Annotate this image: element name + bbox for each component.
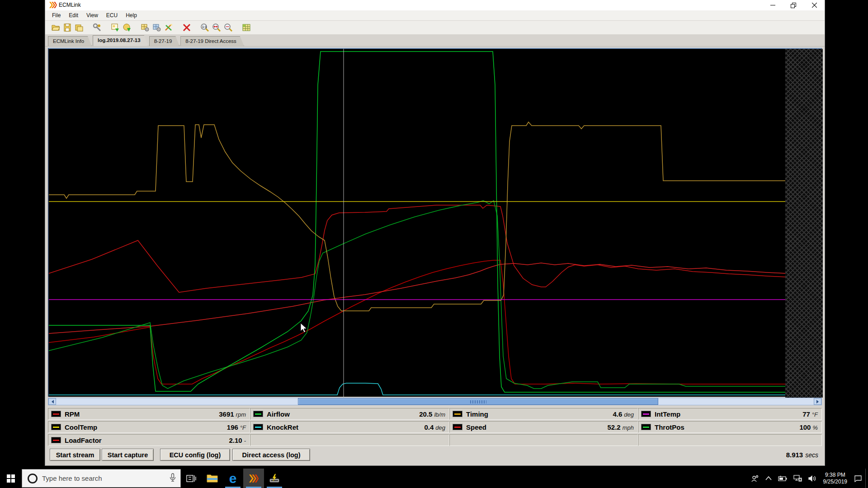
clock-time: 9:38 PM (823, 472, 847, 479)
readout-timing[interactable]: Timing 4.6deg (449, 408, 638, 420)
menu-file[interactable]: File (48, 11, 65, 20)
timing-color-swatch (453, 411, 462, 417)
ecmlink-logo-icon (49, 1, 57, 10)
minimize-button[interactable] (762, 0, 783, 10)
tab-8-27-19-direct-access[interactable]: 8-27-19 Direct Access (180, 36, 244, 46)
edge-button[interactable]: e (222, 469, 243, 488)
adjust-tools-icon[interactable] (163, 22, 174, 33)
no-data-hatch-region (785, 49, 823, 398)
open-log-icon[interactable] (50, 22, 61, 33)
trace-loadfactor (49, 260, 786, 384)
mouse-cursor (300, 323, 308, 335)
tab-bar: ECMLink Info log.2019.08.27-13 8-27-19 8… (45, 34, 825, 47)
trace-knockret (49, 383, 786, 395)
trace-airflow (49, 201, 786, 389)
scroll-left-arrow[interactable] (48, 398, 56, 405)
graph-hscrollbar[interactable] (48, 398, 822, 405)
tab-8-27-19[interactable]: 8-27-19 (149, 36, 180, 46)
readout-airflow[interactable]: Airflow 20.5lb/m (250, 408, 449, 420)
close-button[interactable] (804, 0, 825, 10)
people-icon[interactable] (748, 475, 762, 482)
readout-inttemp[interactable]: IntTemp 77°F (638, 408, 822, 420)
airflow-color-swatch (253, 411, 263, 417)
title-bar[interactable]: ECMLink (45, 0, 825, 10)
tab-ecmlink-info[interactable]: ECMLink Info (48, 36, 92, 46)
network-icon[interactable] (790, 475, 805, 482)
tools-icon[interactable] (92, 22, 103, 33)
action-center-icon[interactable] (851, 475, 865, 482)
menu-bar: File Edit View ECU Help (45, 10, 825, 21)
svg-text:1:1: 1:1 (202, 25, 207, 28)
save-log-icon[interactable] (62, 22, 73, 33)
loadfactor-color-swatch (51, 437, 61, 443)
menu-view[interactable]: View (82, 11, 102, 20)
system-tray: 9:38 PM 9/25/2019 (748, 469, 868, 488)
menu-help[interactable]: Help (122, 11, 141, 20)
start-capture-button[interactable]: Start capture (102, 449, 154, 461)
log-settings-icon[interactable] (140, 22, 151, 33)
trace-throtpos (49, 52, 786, 392)
data-table-icon[interactable] (241, 22, 252, 33)
search-placeholder: Type here to search (42, 474, 102, 482)
ecmlink-flame-icon (248, 474, 259, 483)
inttemp-color-swatch (641, 411, 651, 417)
readout-panel: RPM 3691rpm CoolTemp 196°F LoadFactor 2.… (48, 407, 822, 447)
window-title: ECMLink (59, 2, 81, 8)
export-image-icon[interactable] (110, 22, 121, 33)
speed-color-swatch (453, 424, 462, 430)
readout-rpm[interactable]: RPM 3691rpm (48, 408, 250, 420)
readout-empty-cell (638, 434, 822, 446)
microphone-icon[interactable] (170, 473, 176, 484)
readout-empty-cell (250, 434, 449, 446)
tray-expand-chevron-icon[interactable] (762, 476, 775, 480)
throtpos-color-swatch (641, 424, 651, 430)
ecu-config-log-button[interactable]: ECU config (log) (160, 449, 230, 461)
ecmlink-taskbar-button[interactable] (243, 469, 264, 488)
readout-knockret[interactable]: KnockRet 0.4deg (250, 421, 449, 433)
readout-loadfactor[interactable]: LoadFactor 2.10- (48, 434, 250, 446)
export-data-icon[interactable] (122, 22, 132, 33)
trace-rpm (49, 205, 786, 292)
toolbar: 1:1 (45, 21, 825, 34)
rpm-color-swatch (51, 411, 61, 417)
taskbar-search[interactable]: Type here to search (22, 469, 181, 488)
cooltemp-color-swatch (51, 424, 61, 430)
windows-logo-icon (7, 474, 15, 483)
ecmlink-window: ECMLink File Edit View ECU Help (45, 0, 825, 465)
scroll-right-arrow[interactable] (814, 398, 821, 405)
scrollbar-thumb[interactable] (298, 398, 658, 405)
start-button[interactable] (0, 469, 22, 488)
taskbar-clock[interactable]: 9:38 PM 9/25/2019 (820, 472, 851, 485)
readout-speed[interactable]: Speed 52.2mph (449, 421, 638, 433)
task-view-button[interactable] (181, 469, 202, 488)
restore-button[interactable] (783, 0, 804, 10)
file-explorer-button[interactable] (202, 469, 222, 488)
elapsed-time: 8.913secs (786, 451, 818, 459)
direct-access-log-button[interactable]: Direct access (log) (232, 449, 310, 461)
zoom-out-icon[interactable] (223, 22, 234, 33)
readout-empty-cell (449, 434, 638, 446)
capture-settings-icon[interactable] (151, 22, 162, 33)
log-traces (49, 49, 823, 398)
datalogger-app-button[interactable] (264, 469, 285, 488)
show-desktop-button[interactable] (865, 469, 868, 488)
cortana-icon (28, 474, 38, 483)
battery-icon[interactable] (775, 476, 790, 481)
menu-ecu[interactable]: ECU (102, 11, 122, 20)
trace-speed (49, 263, 786, 333)
knockret-color-swatch (253, 424, 263, 430)
start-stream-button[interactable]: Start stream (50, 449, 100, 461)
clock-date: 9/25/2019 (823, 479, 847, 485)
delete-icon[interactable] (181, 22, 192, 33)
zoom-fit-width-icon[interactable] (211, 22, 222, 33)
menu-edit[interactable]: Edit (65, 11, 82, 20)
log-graph-area[interactable] (48, 48, 822, 397)
action-bar: Start stream Start capture ECU config (l… (48, 448, 822, 462)
zoom-actual-icon[interactable]: 1:1 (199, 22, 210, 33)
save-as-icon[interactable] (74, 22, 85, 33)
taskbar: Type here to search e (0, 469, 868, 488)
volume-icon[interactable] (805, 475, 820, 482)
readout-throtpos[interactable]: ThrotPos 100% (638, 421, 822, 433)
readout-cooltemp[interactable]: CoolTemp 196°F (48, 421, 250, 433)
tab-log-2019-08-27[interactable]: log.2019.08.27-13 (93, 35, 148, 46)
